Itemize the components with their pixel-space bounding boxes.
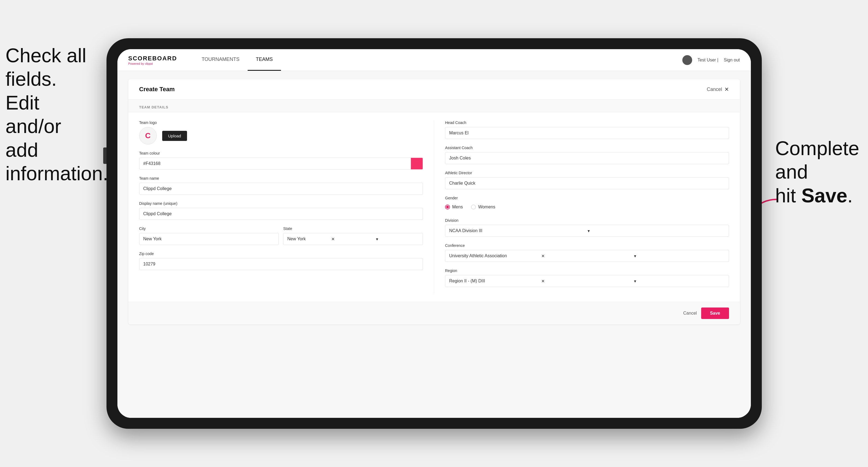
logo-letter: C — [145, 131, 150, 140]
gender-radio-group: Mens Womens — [445, 203, 729, 212]
gender-mens-label: Mens — [452, 205, 463, 210]
navbar-brand: SCOREBOARD Powered by clippd — [128, 55, 177, 65]
display-name-input[interactable] — [139, 208, 423, 220]
conference-field: Conference University Athletic Associati… — [445, 243, 729, 262]
team-logo-label: Team logo — [139, 120, 423, 125]
cancel-button[interactable]: Cancel — [683, 311, 697, 316]
navbar-right: Test User | Sign out — [682, 55, 740, 65]
close-icon[interactable]: ✕ — [724, 86, 729, 93]
assistant-coach-field: Assistant Coach — [445, 146, 729, 164]
state-value: New York — [287, 237, 331, 242]
zip-code-field: Zip code — [139, 251, 423, 270]
state-label: State — [283, 226, 423, 231]
form-footer: Cancel Save — [128, 302, 740, 324]
team-name-field: Team name — [139, 176, 423, 195]
navbar: SCOREBOARD Powered by clippd TOURNAMENTS… — [117, 49, 751, 71]
assistant-coach-input[interactable] — [445, 152, 729, 164]
gender-mens-radio[interactable] — [445, 205, 450, 210]
upload-button[interactable]: Upload — [162, 131, 187, 141]
team-colour-field: Team colour — [139, 151, 423, 169]
page-content: Create Team Cancel ✕ TEAM DETAILS Team l… — [117, 71, 751, 418]
gender-womens-option[interactable]: Womens — [471, 205, 495, 210]
athletic-director-input[interactable] — [445, 177, 729, 189]
colour-swatch[interactable] — [411, 158, 423, 169]
head-coach-label: Head Coach — [445, 120, 729, 125]
assistant-coach-label: Assistant Coach — [445, 146, 729, 150]
cancel-top-label: Cancel — [707, 87, 722, 92]
cancel-top-button[interactable]: Cancel ✕ — [707, 86, 729, 93]
annotation-right-end: . — [847, 185, 853, 207]
region-select-wrapper[interactable]: Region II - (M) DIII ✕ ▾ — [445, 275, 729, 287]
division-arrow-icon: ▾ — [588, 228, 726, 234]
form-card: Create Team Cancel ✕ TEAM DETAILS Team l… — [128, 79, 740, 324]
state-field: State New York ✕ ▾ — [283, 226, 423, 245]
gender-field: Gender Mens Womens — [445, 196, 729, 212]
user-avatar — [682, 55, 692, 65]
team-colour-label: Team colour — [139, 151, 423, 155]
team-name-input[interactable] — [139, 183, 423, 195]
annotation-save-bold: Save — [801, 185, 847, 207]
head-coach-field: Head Coach — [445, 120, 729, 139]
sign-out-button[interactable]: Sign out — [724, 58, 740, 63]
tablet-side-button — [103, 148, 106, 164]
gender-womens-label: Womens — [478, 205, 495, 210]
division-label: Division — [445, 218, 729, 223]
head-coach-input[interactable] — [445, 127, 729, 139]
state-arrow-icon: ▾ — [376, 237, 420, 242]
nav-teams[interactable]: TEAMS — [248, 49, 281, 71]
team-name-label: Team name — [139, 176, 423, 181]
team-colour-input[interactable] — [139, 158, 411, 169]
region-field: Region Region II - (M) DIII ✕ ▾ — [445, 269, 729, 287]
form-title: Create Team — [139, 86, 175, 93]
athletic-director-field: Athletic Director — [445, 171, 729, 189]
display-name-field: Display name (unique) — [139, 201, 423, 220]
conference-select-wrapper[interactable]: University Athletic Association ✕ ▾ — [445, 250, 729, 262]
form-header: Create Team Cancel ✕ — [128, 79, 740, 100]
zip-input[interactable] — [139, 258, 423, 270]
user-label: Test User | — [698, 58, 718, 63]
zip-label: Zip code — [139, 251, 423, 256]
conference-clear-icon[interactable]: ✕ — [541, 253, 633, 259]
brand-sub: Powered by clippd — [128, 62, 177, 65]
tablet-screen: SCOREBOARD Powered by clippd TOURNAMENTS… — [117, 49, 751, 418]
annotation-line2: Edit and/or add — [5, 92, 61, 161]
annotation-line3: information. — [5, 162, 108, 184]
state-select-wrapper[interactable]: New York ✕ ▾ — [283, 233, 423, 245]
athletic-director-label: Athletic Director — [445, 171, 729, 175]
city-label: City — [139, 226, 279, 231]
save-button[interactable]: Save — [701, 308, 729, 319]
region-arrow-icon: ▾ — [634, 279, 726, 284]
annotation-line1: Check all fields. — [5, 44, 86, 90]
form-right-column: Head Coach Assistant Coach Athletic Dire… — [434, 120, 729, 293]
section-label: TEAM DETAILS — [128, 100, 740, 112]
division-select-wrapper[interactable]: NCAA Division III ▾ — [445, 225, 729, 237]
logo-area: C Upload — [139, 127, 423, 145]
team-logo-field: Team logo C Upload — [139, 120, 423, 145]
tablet-frame: SCOREBOARD Powered by clippd TOURNAMENTS… — [106, 38, 762, 429]
brand-title: SCOREBOARD — [128, 55, 177, 62]
region-clear-icon[interactable]: ✕ — [541, 279, 633, 284]
city-input[interactable] — [139, 233, 279, 245]
annotation-right: Complete and hit Save. — [775, 136, 863, 207]
division-value: NCAA Division III — [449, 228, 588, 233]
conference-label: Conference — [445, 243, 729, 248]
form-body: Team logo C Upload Team colour — [128, 112, 740, 302]
annotation-left: Check all fields. Edit and/or add inform… — [5, 44, 93, 185]
city-state-row: City State New York ✕ ▾ — [139, 226, 423, 245]
conference-value: University Athletic Association — [449, 253, 541, 258]
form-left-column: Team logo C Upload Team colour — [139, 120, 434, 293]
region-label: Region — [445, 269, 729, 273]
gender-label: Gender — [445, 196, 729, 200]
state-clear-icon[interactable]: ✕ — [331, 237, 375, 242]
annotation-right-line1: Complete and — [775, 137, 859, 183]
gender-mens-option[interactable]: Mens — [445, 205, 463, 210]
region-value: Region II - (M) DIII — [449, 279, 541, 283]
conference-arrow-icon: ▾ — [634, 253, 726, 259]
colour-field-wrapper — [139, 158, 423, 169]
gender-womens-radio[interactable] — [471, 205, 476, 210]
division-field: Division NCAA Division III ▾ — [445, 218, 729, 237]
display-name-label: Display name (unique) — [139, 201, 423, 206]
navbar-nav: TOURNAMENTS TEAMS — [193, 49, 281, 71]
city-field: City — [139, 226, 279, 245]
nav-tournaments[interactable]: TOURNAMENTS — [193, 49, 248, 71]
